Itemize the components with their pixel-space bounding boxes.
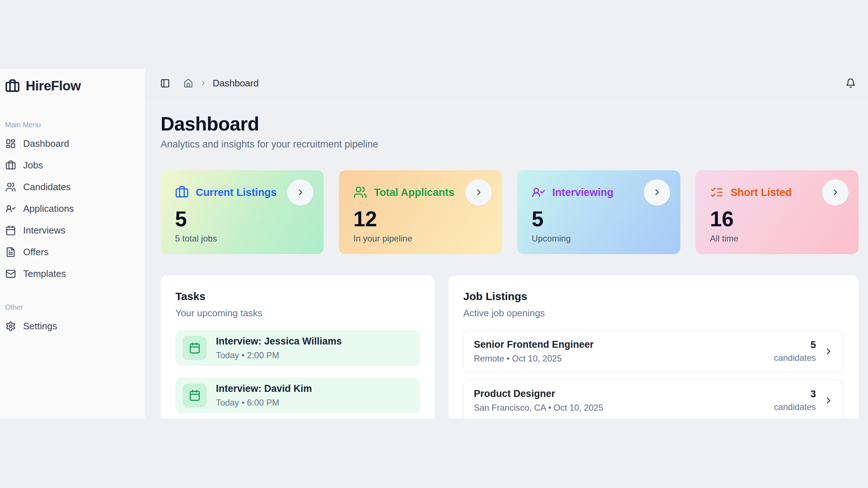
stat-card-header: Interviewing: [532, 179, 670, 206]
stat-card-label-group: Total Applicants: [353, 185, 454, 199]
stat-label: Interviewing: [552, 187, 613, 198]
stat-value: 12: [353, 209, 492, 230]
stat-card-label-group: Short Listed: [710, 185, 792, 199]
stat-label: Current Listings: [196, 187, 277, 198]
bell-icon: [846, 78, 856, 88]
calendar-icon: [189, 342, 201, 354]
dashboard-grid-icon: [5, 138, 16, 149]
calendar-icon: [189, 389, 201, 401]
sidebar-item-label: Interviews: [23, 225, 65, 236]
sidebar-item-label: Offers: [23, 247, 48, 258]
sidebar-item-jobs[interactable]: Jobs: [4, 154, 141, 176]
notifications-button[interactable]: [846, 78, 856, 88]
sidebar-item-interviews[interactable]: Interviews: [4, 219, 141, 241]
stat-card-label-group: Current Listings: [175, 185, 277, 199]
job-title: Senior Frontend Engineer: [474, 339, 594, 350]
user-check-icon: [532, 185, 545, 199]
stat-label: Short Listed: [731, 187, 792, 198]
job-listings-title: Job Listings: [463, 290, 844, 303]
panel-left-icon: [160, 78, 170, 88]
stat-value: 5: [532, 209, 670, 230]
app-logo: HireFlow: [4, 77, 141, 95]
job-list: Senior Frontend Engineer Remote • Oct 10…: [463, 330, 844, 419]
sidebar-item-offers[interactable]: Offers: [4, 241, 141, 263]
sidebar-item-settings[interactable]: Settings: [4, 315, 141, 337]
home-icon: [183, 78, 193, 88]
stat-card-interviewing[interactable]: Interviewing 5 Upcoming: [517, 170, 680, 254]
page-content: Dashboard Analytics and insights for you…: [145, 98, 868, 419]
task-icon-box: [183, 384, 207, 407]
task-text: Interview: David Kim Today • 6:00 PM: [216, 383, 312, 408]
sidebar-toggle-button[interactable]: [160, 78, 170, 88]
stat-value: 16: [710, 209, 848, 230]
tasks-panel: Tasks Your upcoming tasks Interview: Jes…: [161, 275, 435, 419]
file-text-icon: [5, 247, 16, 257]
tasks-title: Tasks: [175, 290, 420, 303]
briefcase-logo-icon: [5, 79, 20, 94]
mail-icon: [5, 269, 16, 279]
chevron-right-icon: [652, 188, 662, 197]
sidebar-item-label: Settings: [23, 321, 57, 332]
stats-row: Current Listings 5 5 total jobs: [161, 170, 859, 254]
stat-card-short-listed[interactable]: Short Listed 16 All time: [695, 170, 859, 254]
task-icon-box: [183, 336, 207, 360]
stat-card-total-applicants[interactable]: Total Applicants 12 In your pipeline: [339, 170, 502, 254]
job-meta: San Francisco, CA • Oct 10, 2025: [474, 403, 603, 413]
app-window: HireFlow Main Menu Dashboard Jobs Candid…: [0, 69, 868, 419]
list-checks-icon: [710, 185, 724, 199]
sidebar-item-candidates[interactable]: Candidates: [4, 176, 141, 198]
task-item-jessica-williams[interactable]: Interview: Jessica Williams Today • 2:00…: [175, 330, 420, 366]
job-text: Product Designer San Francisco, CA • Oct…: [474, 388, 603, 413]
stat-card-header: Current Listings: [175, 179, 314, 206]
job-row-product-designer[interactable]: Product Designer San Francisco, CA • Oct…: [463, 380, 844, 419]
topbar: Dashboard: [145, 69, 868, 98]
sidebar-item-label: Dashboard: [23, 138, 69, 149]
stat-card-label-group: Interviewing: [532, 185, 613, 199]
gear-icon: [5, 321, 16, 331]
calendar-icon: [5, 225, 16, 236]
breadcrumb-home-button[interactable]: [183, 78, 193, 88]
task-item-david-kim[interactable]: Interview: David Kim Today • 6:00 PM: [175, 378, 420, 413]
task-title: Interview: Jessica Williams: [216, 336, 342, 347]
stat-card-header: Short Listed: [710, 179, 848, 206]
job-candidates: 5 candidates: [774, 339, 816, 363]
job-meta: Remote • Oct 10, 2025: [474, 354, 594, 364]
sidebar-item-dashboard[interactable]: Dashboard: [4, 133, 141, 154]
stat-card-arrow-button[interactable]: [644, 179, 670, 206]
job-candidates: 3 candidates: [774, 389, 816, 412]
sidebar-item-label: Templates: [23, 268, 66, 279]
sidebar-item-label: Candidates: [23, 181, 71, 193]
chevron-right-icon: [296, 188, 305, 197]
sidebar-item-templates[interactable]: Templates: [4, 263, 141, 284]
sidebar-item-label: Jobs: [23, 160, 43, 171]
job-row-right: 3 candidates: [774, 389, 833, 412]
sidebar-section-label-other: Other: [5, 303, 141, 312]
job-row-senior-frontend-engineer[interactable]: Senior Frontend Engineer Remote • Oct 10…: [463, 330, 844, 372]
stat-description: All time: [710, 234, 848, 244]
stat-card-arrow-button[interactable]: [465, 179, 492, 206]
chevron-right-icon: [831, 188, 840, 197]
task-time: Today • 2:00 PM: [216, 350, 342, 360]
task-time: Today • 6:00 PM: [216, 398, 312, 408]
chevron-right-icon: [474, 188, 484, 197]
users-icon: [353, 185, 367, 199]
task-text: Interview: Jessica Williams Today • 2:00…: [216, 336, 342, 360]
stat-card-current-listings[interactable]: Current Listings 5 5 total jobs: [161, 170, 324, 254]
user-check-icon: [5, 204, 16, 214]
tasks-subtitle: Your upcoming tasks: [175, 308, 420, 319]
chevron-right-icon: [824, 396, 833, 405]
sidebar-item-applications[interactable]: Applications: [4, 198, 141, 219]
stat-card-arrow-button[interactable]: [287, 179, 314, 206]
job-text: Senior Frontend Engineer Remote • Oct 10…: [474, 339, 594, 364]
stat-card-header: Total Applicants: [353, 179, 492, 206]
sidebar-section-label-main-menu: Main Menu: [5, 121, 141, 129]
users-icon: [5, 182, 16, 192]
job-candidate-count: 5: [774, 339, 816, 351]
sidebar-item-label: Applications: [23, 203, 74, 214]
job-candidate-count: 3: [774, 389, 816, 400]
stat-description: Upcoming: [532, 234, 670, 244]
page-title: Dashboard: [161, 114, 859, 134]
sidebar: HireFlow Main Menu Dashboard Jobs Candid…: [0, 69, 145, 419]
briefcase-icon: [175, 185, 189, 199]
stat-card-arrow-button[interactable]: [822, 179, 848, 206]
